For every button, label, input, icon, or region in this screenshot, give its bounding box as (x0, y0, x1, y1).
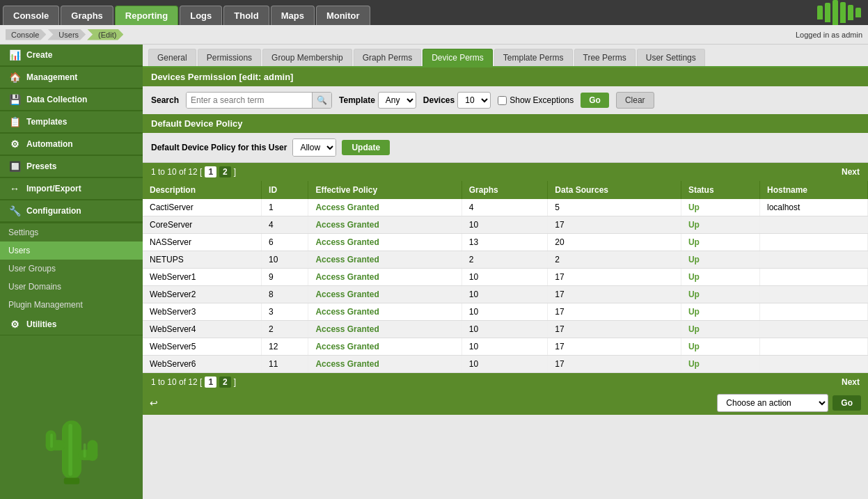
bottom-right: Choose an action Go (717, 394, 861, 412)
top-nav-tab-maps[interactable]: Maps (271, 6, 315, 25)
cell-graphs: 10 (461, 321, 548, 338)
svg-rect-4 (87, 440, 97, 461)
cactus-area (0, 335, 143, 499)
cell-description: CoreServer (143, 216, 262, 234)
tab-group-membership[interactable]: Group Membership (262, 49, 352, 66)
tab-user-settings[interactable]: User Settings (637, 49, 705, 66)
sidebar-item-configuration[interactable]: 🔧Configuration (0, 200, 143, 222)
top-nav-tab-console[interactable]: Console (3, 6, 59, 25)
tab-tree-perms[interactable]: Tree Perms (574, 49, 636, 66)
cell-status: Up (681, 356, 759, 373)
pagination-close-bottom: ] (234, 377, 236, 387)
sidebar-item-utilities[interactable]: ⚙ Utilities (0, 314, 143, 335)
cell-status: Up (681, 286, 759, 303)
table-row: WebServer19Access Granted1017Up (143, 269, 868, 286)
next-button-top[interactable]: Next (842, 167, 860, 177)
top-pagination: 1 to 10 of 12 [ 1 2 ] Next (143, 163, 868, 181)
cell-effective-policy[interactable]: Access Granted (308, 356, 461, 373)
create-label: Create (26, 50, 52, 60)
logo-stripes (817, 0, 861, 25)
pagination-text-bottom: 1 to 10 of 12 [ (151, 377, 202, 387)
sidebar-item-data-collection[interactable]: 💾Data Collection (0, 89, 143, 111)
sidebar-item-create[interactable]: 📊Create (0, 45, 143, 66)
breadcrumb-item-console[interactable]: Console (6, 29, 46, 40)
tab-permissions[interactable]: Permissions (198, 49, 261, 66)
page-2-top[interactable]: 2 (219, 166, 231, 177)
tab-device-perms[interactable]: Device Perms (423, 49, 493, 66)
cell-data-sources: 20 (548, 234, 681, 251)
col-data-sources: Data Sources (548, 181, 681, 199)
table-row: CoreServer4Access Granted1017Up (143, 216, 868, 234)
top-nav-tab-monitor[interactable]: Monitor (316, 6, 370, 25)
sidebar-plain-users[interactable]: Users (0, 241, 143, 260)
automation-label: Automation (26, 139, 73, 149)
search-icon-button[interactable]: 🔍 (312, 93, 331, 108)
svg-rect-5 (63, 477, 79, 484)
template-select[interactable]: Any (378, 92, 416, 109)
cell-id: 4 (262, 216, 308, 234)
cell-effective-policy[interactable]: Access Granted (308, 286, 461, 303)
sidebar-plain-plugin-management[interactable]: Plugin Management (0, 296, 143, 314)
cell-hostname (760, 286, 868, 303)
top-nav-tab-reporting[interactable]: Reporting (115, 6, 178, 25)
tab-graph-perms[interactable]: Graph Perms (354, 49, 421, 66)
cell-effective-policy[interactable]: Access Granted (308, 321, 461, 338)
table-row: WebServer28Access Granted1017Up (143, 286, 868, 303)
next-button-bottom[interactable]: Next (842, 377, 860, 387)
cell-effective-policy[interactable]: Access Granted (308, 216, 461, 234)
breadcrumb-bar: ConsoleUsers(Edit) Logged in as admin (0, 25, 868, 45)
page-2-bottom[interactable]: 2 (219, 377, 231, 388)
cell-effective-policy[interactable]: Access Granted (308, 303, 461, 321)
sidebar-item-templates[interactable]: 📋Templates (0, 111, 143, 133)
sidebar-plain-settings[interactable]: Settings (0, 223, 143, 241)
devices-select[interactable]: 10 25 (457, 92, 491, 109)
cell-graphs: 13 (461, 234, 548, 251)
search-bar: Search 🔍 Template Any Devices 10 25 (143, 86, 868, 114)
show-exceptions-checkbox[interactable] (498, 96, 507, 105)
data collection-icon: 💾 (8, 94, 21, 105)
table-header-row: DescriptionIDEffective PolicyGraphsData … (143, 181, 868, 199)
sidebar-item-presets[interactable]: 🔲Presets (0, 156, 143, 177)
sidebar-item-management[interactable]: 🏠Management (0, 67, 143, 88)
breadcrumb-item-users[interactable]: Users (47, 29, 86, 40)
cell-effective-policy[interactable]: Access Granted (308, 251, 461, 269)
search-input[interactable] (187, 93, 312, 108)
col-graphs: Graphs (461, 181, 548, 199)
policy-select[interactable]: Allow Deny (293, 139, 336, 156)
table-container: 1 to 10 of 12 [ 1 2 ] Next DescriptionID… (143, 163, 868, 391)
cell-data-sources: 5 (548, 199, 681, 216)
action-select[interactable]: Choose an action (717, 394, 828, 412)
sidebar-item-automation[interactable]: ⚙Automation (0, 134, 143, 155)
logo-stripe-5 (848, 5, 853, 20)
action-go-button[interactable]: Go (833, 395, 861, 411)
sidebar-plain-user-domains[interactable]: User Domains (0, 278, 143, 296)
clear-button[interactable]: Clear (616, 92, 654, 109)
page-1-bottom[interactable]: 1 (205, 377, 216, 388)
templates-label: Templates (26, 117, 67, 127)
data collection-label: Data Collection (26, 95, 87, 104)
tab-general[interactable]: General (148, 49, 196, 66)
cell-graphs: 2 (461, 251, 548, 269)
cell-status: Up (681, 303, 759, 321)
cactus-logo (30, 395, 113, 492)
top-nav-tab-graphs[interactable]: Graphs (61, 6, 113, 25)
top-nav-tab-thold[interactable]: Thold (223, 6, 269, 25)
cell-id: 1 (262, 199, 308, 216)
cell-hostname (760, 269, 868, 286)
cell-effective-policy[interactable]: Access Granted (308, 234, 461, 251)
page-1-top[interactable]: 1 (205, 166, 216, 177)
breadcrumb-item-edit[interactable]: (Edit) (87, 29, 123, 40)
cell-status: Up (681, 338, 759, 356)
top-nav-tab-logs[interactable]: Logs (180, 6, 222, 25)
cell-status: Up (681, 234, 759, 251)
update-button[interactable]: Update (342, 140, 390, 155)
go-button[interactable]: Go (581, 93, 609, 108)
cell-effective-policy[interactable]: Access Granted (308, 269, 461, 286)
cell-graphs: 10 (461, 303, 548, 321)
sidebar-plain-user-groups[interactable]: User Groups (0, 260, 143, 278)
cell-effective-policy[interactable]: Access Granted (308, 338, 461, 356)
tab-template-perms[interactable]: Template Perms (494, 49, 573, 66)
sidebar-item-import/export[interactable]: ↔Import/Export (0, 178, 143, 200)
cell-effective-policy[interactable]: Access Granted (308, 199, 461, 216)
cell-description: NETUPS (143, 251, 262, 269)
